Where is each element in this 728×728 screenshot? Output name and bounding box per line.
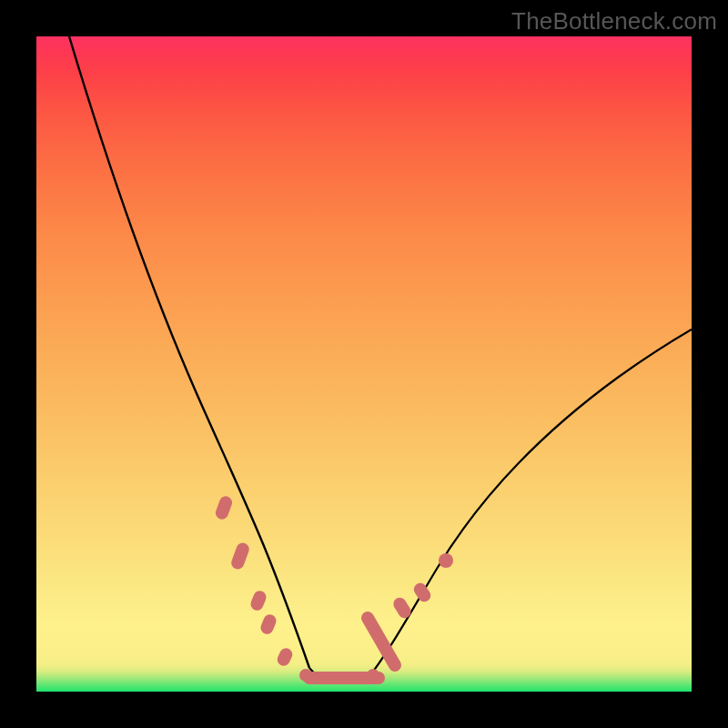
svg-rect-2 <box>248 589 268 612</box>
watermark-text: TheBottleneck.com <box>511 7 717 35</box>
chart-frame: TheBottleneck.com <box>0 0 728 728</box>
svg-rect-10 <box>411 581 433 604</box>
svg-rect-8 <box>359 609 403 673</box>
chart-svg <box>36 36 692 692</box>
curve-left <box>69 36 309 668</box>
svg-point-11 <box>439 553 453 568</box>
svg-rect-0 <box>214 494 234 521</box>
svg-point-7 <box>367 669 379 682</box>
svg-rect-1 <box>229 541 250 571</box>
plot-area <box>36 36 692 692</box>
svg-rect-9 <box>391 595 414 621</box>
curve-right <box>367 329 692 680</box>
data-dots <box>214 494 453 684</box>
svg-rect-3 <box>258 612 278 636</box>
svg-point-6 <box>299 669 312 682</box>
svg-rect-4 <box>275 646 294 668</box>
